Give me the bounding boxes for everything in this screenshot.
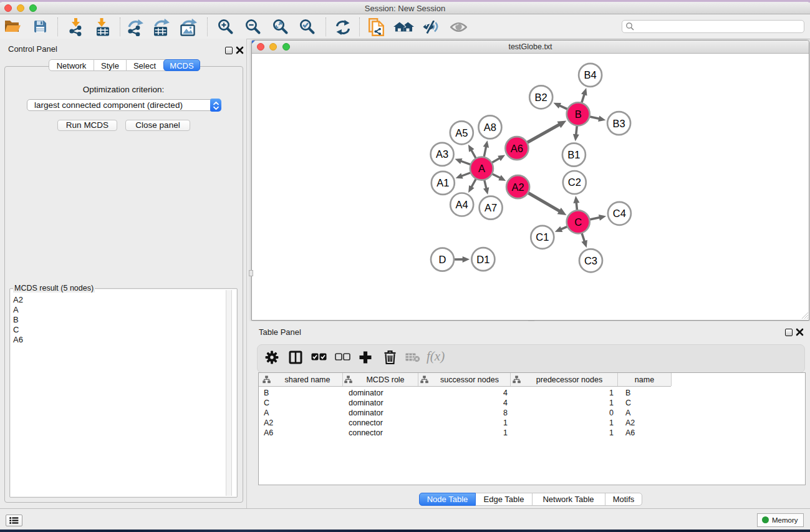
svg-text:C: C [574, 216, 582, 228]
svg-text:B4: B4 [584, 69, 597, 80]
svg-text:C2: C2 [568, 177, 581, 188]
svg-text:C1: C1 [536, 231, 549, 243]
svg-text:A8: A8 [484, 122, 496, 133]
svg-text:A4: A4 [456, 199, 468, 210]
svg-text:B2: B2 [535, 92, 547, 103]
svg-text:C4: C4 [613, 208, 626, 219]
svg-text:D: D [439, 254, 446, 265]
svg-text:A3: A3 [436, 148, 448, 160]
svg-text:A6: A6 [511, 143, 523, 154]
svg-text:A: A [478, 163, 485, 174]
svg-text:A1: A1 [436, 177, 449, 188]
svg-text:A7: A7 [485, 202, 497, 213]
svg-text:C3: C3 [584, 255, 597, 266]
svg-text:A2: A2 [512, 181, 524, 193]
svg-text:D1: D1 [476, 254, 489, 265]
svg-text:A5: A5 [455, 127, 468, 138]
svg-text:B1: B1 [567, 149, 580, 160]
svg-text:B: B [575, 109, 582, 120]
svg-text:B3: B3 [613, 118, 625, 129]
